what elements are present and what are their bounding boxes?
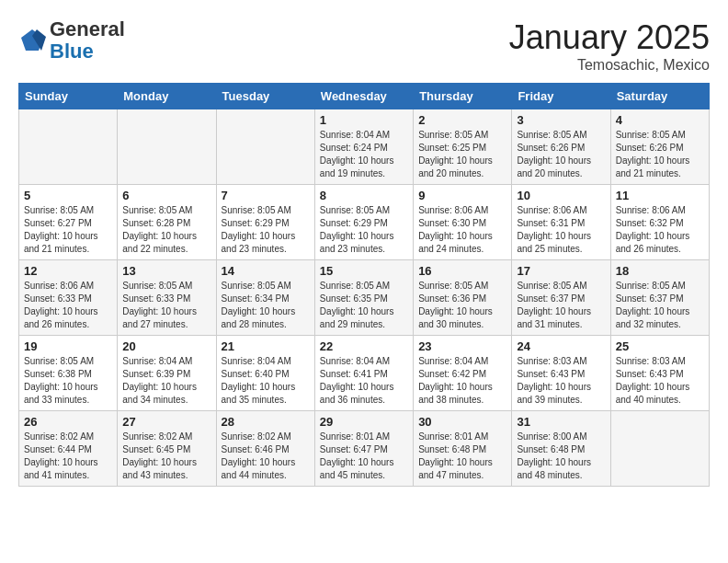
day-info: Sunrise: 8:06 AM Sunset: 6:33 PM Dayligh… <box>24 280 112 331</box>
day-number: 20 <box>122 339 210 353</box>
calendar-cell: 7Sunrise: 8:05 AM Sunset: 6:29 PM Daylig… <box>216 185 314 260</box>
calendar-cell: 25Sunrise: 8:03 AM Sunset: 6:43 PM Dayli… <box>610 336 709 411</box>
calendar-cell: 9Sunrise: 8:06 AM Sunset: 6:30 PM Daylig… <box>414 185 512 260</box>
calendar-cell: 11Sunrise: 8:06 AM Sunset: 6:32 PM Dayli… <box>610 185 709 260</box>
calendar-cell: 6Sunrise: 8:05 AM Sunset: 6:28 PM Daylig… <box>118 185 216 260</box>
calendar-cell <box>19 109 118 185</box>
calendar-cell: 26Sunrise: 8:02 AM Sunset: 6:44 PM Dayli… <box>19 411 118 487</box>
logo-blue: Blue <box>50 40 94 63</box>
day-info: Sunrise: 8:05 AM Sunset: 6:36 PM Dayligh… <box>418 280 506 331</box>
calendar-cell: 13Sunrise: 8:05 AM Sunset: 6:33 PM Dayli… <box>118 260 216 336</box>
day-info: Sunrise: 8:04 AM Sunset: 6:40 PM Dayligh… <box>222 355 310 407</box>
calendar-table: SundayMondayTuesdayWednesdayThursdayFrid… <box>18 83 710 487</box>
day-info: Sunrise: 8:05 AM Sunset: 6:35 PM Dayligh… <box>320 280 408 331</box>
calendar-cell: 8Sunrise: 8:05 AM Sunset: 6:29 PM Daylig… <box>314 185 413 260</box>
calendar-cell: 16Sunrise: 8:05 AM Sunset: 6:36 PM Dayli… <box>414 260 512 336</box>
day-info: Sunrise: 8:05 AM Sunset: 6:37 PM Dayligh… <box>517 280 605 331</box>
logo-general: General <box>50 17 125 40</box>
day-info: Sunrise: 8:05 AM Sunset: 6:26 PM Dayligh… <box>616 129 704 180</box>
calendar-week-row: 26Sunrise: 8:02 AM Sunset: 6:44 PM Dayli… <box>19 411 710 487</box>
day-number: 4 <box>616 113 704 127</box>
day-number: 23 <box>418 339 506 353</box>
logo-text: General Blue <box>50 18 125 63</box>
day-info: Sunrise: 8:01 AM Sunset: 6:48 PM Dayligh… <box>418 431 506 482</box>
day-info: Sunrise: 8:00 AM Sunset: 6:48 PM Dayligh… <box>517 431 605 482</box>
logo: General Blue <box>18 18 125 63</box>
calendar-cell: 30Sunrise: 8:01 AM Sunset: 6:48 PM Dayli… <box>414 411 512 487</box>
day-number: 14 <box>222 264 310 278</box>
weekday-header: Friday <box>512 84 610 109</box>
day-info: Sunrise: 8:02 AM Sunset: 6:46 PM Dayligh… <box>222 431 310 482</box>
day-number: 21 <box>222 339 310 353</box>
day-info: Sunrise: 8:04 AM Sunset: 6:24 PM Dayligh… <box>320 129 408 180</box>
day-info: Sunrise: 8:05 AM Sunset: 6:26 PM Dayligh… <box>517 129 605 180</box>
calendar-cell: 29Sunrise: 8:01 AM Sunset: 6:47 PM Dayli… <box>314 411 413 487</box>
calendar-cell: 24Sunrise: 8:03 AM Sunset: 6:43 PM Dayli… <box>512 336 610 411</box>
day-info: Sunrise: 8:01 AM Sunset: 6:47 PM Dayligh… <box>320 431 408 482</box>
day-number: 12 <box>24 264 112 278</box>
day-info: Sunrise: 8:02 AM Sunset: 6:45 PM Dayligh… <box>122 431 210 482</box>
calendar-cell: 10Sunrise: 8:06 AM Sunset: 6:31 PM Dayli… <box>512 185 610 260</box>
calendar-cell: 20Sunrise: 8:04 AM Sunset: 6:39 PM Dayli… <box>118 336 216 411</box>
calendar-cell <box>610 411 709 487</box>
calendar-cell: 12Sunrise: 8:06 AM Sunset: 6:33 PM Dayli… <box>19 260 118 336</box>
calendar-cell: 5Sunrise: 8:05 AM Sunset: 6:27 PM Daylig… <box>19 185 118 260</box>
calendar-cell <box>118 109 216 185</box>
weekday-header: Wednesday <box>314 84 413 109</box>
day-number: 5 <box>24 189 112 202</box>
day-number: 26 <box>24 415 112 429</box>
day-number: 6 <box>122 189 210 202</box>
day-info: Sunrise: 8:06 AM Sunset: 6:31 PM Dayligh… <box>517 204 605 256</box>
calendar-cell: 23Sunrise: 8:04 AM Sunset: 6:42 PM Dayli… <box>414 336 512 411</box>
day-info: Sunrise: 8:06 AM Sunset: 6:32 PM Dayligh… <box>616 204 704 256</box>
day-info: Sunrise: 8:05 AM Sunset: 6:33 PM Dayligh… <box>122 280 210 331</box>
month-title: January 2025 <box>509 18 710 57</box>
day-number: 3 <box>517 113 605 127</box>
day-number: 13 <box>122 264 210 278</box>
day-number: 19 <box>24 339 112 353</box>
calendar-week-row: 5Sunrise: 8:05 AM Sunset: 6:27 PM Daylig… <box>19 185 710 260</box>
title-block: January 2025 Temosachic, Mexico <box>509 18 710 74</box>
day-number: 24 <box>517 339 605 353</box>
calendar-cell: 22Sunrise: 8:04 AM Sunset: 6:41 PM Dayli… <box>314 336 413 411</box>
calendar-cell: 4Sunrise: 8:05 AM Sunset: 6:26 PM Daylig… <box>610 109 709 185</box>
day-number: 1 <box>320 113 408 127</box>
day-number: 28 <box>222 415 310 429</box>
weekday-header: Tuesday <box>216 84 314 109</box>
day-info: Sunrise: 8:05 AM Sunset: 6:28 PM Dayligh… <box>122 204 210 256</box>
day-info: Sunrise: 8:06 AM Sunset: 6:30 PM Dayligh… <box>418 204 506 256</box>
day-info: Sunrise: 8:05 AM Sunset: 6:38 PM Dayligh… <box>24 355 112 407</box>
day-number: 16 <box>418 264 506 278</box>
calendar-week-row: 19Sunrise: 8:05 AM Sunset: 6:38 PM Dayli… <box>19 336 710 411</box>
calendar-cell: 27Sunrise: 8:02 AM Sunset: 6:45 PM Dayli… <box>118 411 216 487</box>
day-number: 10 <box>517 189 605 202</box>
day-info: Sunrise: 8:05 AM Sunset: 6:29 PM Dayligh… <box>222 204 310 256</box>
day-number: 27 <box>122 415 210 429</box>
day-number: 11 <box>616 189 704 202</box>
day-info: Sunrise: 8:04 AM Sunset: 6:39 PM Dayligh… <box>122 355 210 407</box>
calendar-cell: 21Sunrise: 8:04 AM Sunset: 6:40 PM Dayli… <box>216 336 314 411</box>
weekday-header: Sunday <box>19 84 118 109</box>
day-info: Sunrise: 8:04 AM Sunset: 6:42 PM Dayligh… <box>418 355 506 407</box>
calendar-cell <box>216 109 314 185</box>
calendar-week-row: 1Sunrise: 8:04 AM Sunset: 6:24 PM Daylig… <box>19 109 710 185</box>
day-info: Sunrise: 8:05 AM Sunset: 6:25 PM Dayligh… <box>418 129 506 180</box>
calendar-cell: 17Sunrise: 8:05 AM Sunset: 6:37 PM Dayli… <box>512 260 610 336</box>
calendar-cell: 19Sunrise: 8:05 AM Sunset: 6:38 PM Dayli… <box>19 336 118 411</box>
day-info: Sunrise: 8:05 AM Sunset: 6:29 PM Dayligh… <box>320 204 408 256</box>
day-info: Sunrise: 8:05 AM Sunset: 6:27 PM Dayligh… <box>24 204 112 256</box>
calendar-cell: 18Sunrise: 8:05 AM Sunset: 6:37 PM Dayli… <box>610 260 709 336</box>
day-number: 17 <box>517 264 605 278</box>
calendar-cell: 14Sunrise: 8:05 AM Sunset: 6:34 PM Dayli… <box>216 260 314 336</box>
weekday-header: Thursday <box>414 84 512 109</box>
day-info: Sunrise: 8:05 AM Sunset: 6:37 PM Dayligh… <box>616 280 704 331</box>
day-number: 25 <box>616 339 704 353</box>
day-number: 29 <box>320 415 408 429</box>
weekday-header: Monday <box>118 84 216 109</box>
calendar-cell: 1Sunrise: 8:04 AM Sunset: 6:24 PM Daylig… <box>314 109 413 185</box>
day-number: 2 <box>418 113 506 127</box>
day-info: Sunrise: 8:05 AM Sunset: 6:34 PM Dayligh… <box>222 280 310 331</box>
day-number: 18 <box>616 264 704 278</box>
day-info: Sunrise: 8:03 AM Sunset: 6:43 PM Dayligh… <box>616 355 704 407</box>
day-info: Sunrise: 8:02 AM Sunset: 6:44 PM Dayligh… <box>24 431 112 482</box>
